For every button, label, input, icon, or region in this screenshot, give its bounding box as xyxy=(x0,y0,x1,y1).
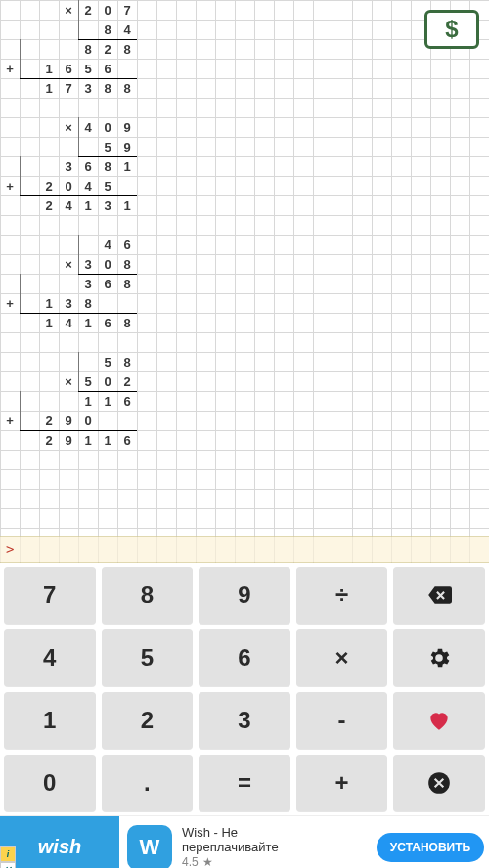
grid-cell: 9 xyxy=(59,411,78,430)
key-decimal[interactable]: . xyxy=(102,755,194,811)
key-1[interactable]: 1 xyxy=(4,692,96,749)
multiplication-problem: 46×308368+13814168 xyxy=(0,235,156,332)
key-5[interactable]: 5 xyxy=(102,629,194,686)
ad-content: W Wish - Не переплачивайте 4.5 ★ xyxy=(119,816,372,868)
grid-cell: 4 xyxy=(117,20,137,39)
grid-cell: × xyxy=(59,0,78,20)
backspace-icon xyxy=(426,583,452,608)
grid-cell: 3 xyxy=(59,293,78,313)
grid-cell: 1 xyxy=(78,391,98,411)
key-equals[interactable]: = xyxy=(199,755,290,811)
result-line xyxy=(20,430,137,431)
grid-cell: 1 xyxy=(39,59,59,78)
grid-cell: 1 xyxy=(98,430,117,450)
key-settings[interactable] xyxy=(393,629,485,686)
grid-cell: 8 xyxy=(117,352,137,371)
grid-cell: 8 xyxy=(117,254,137,274)
grid-cell: 2 xyxy=(39,195,59,215)
ad-brand: wish xyxy=(38,836,81,858)
grid-cell: 8 xyxy=(117,78,137,98)
expression-input-bar[interactable]: > xyxy=(0,536,489,563)
grid-cell: 4 xyxy=(78,176,98,195)
key-8[interactable]: 8 xyxy=(102,567,194,624)
grid-cell: 8 xyxy=(78,293,98,313)
key-4[interactable]: 4 xyxy=(4,629,96,686)
grid-cell: 8 xyxy=(98,20,117,39)
grid-cell: 2 xyxy=(39,176,59,195)
multiplication-problem: ×409593681+204524131 xyxy=(0,117,156,215)
grid-cell: 4 xyxy=(98,235,117,254)
key-2[interactable]: 2 xyxy=(102,692,194,749)
key-6[interactable]: 6 xyxy=(199,629,290,686)
ad-rating: 4.5 xyxy=(182,855,199,868)
key-3[interactable]: 3 xyxy=(199,692,290,749)
column-divider xyxy=(20,59,21,78)
math-grid-area[interactable]: $ ×20784828+165617388×409593681+20452413… xyxy=(0,0,489,536)
adchoices-badge[interactable]: i ✕ xyxy=(0,846,16,868)
key-clear[interactable] xyxy=(393,755,485,811)
ad-close-icon[interactable]: ✕ xyxy=(0,862,16,868)
grid-cell: 8 xyxy=(98,78,117,98)
grid-cell: 4 xyxy=(78,117,98,137)
grid-cell: 6 xyxy=(98,274,117,293)
grid-cell: + xyxy=(0,293,20,313)
column-divider xyxy=(78,117,79,137)
key-favorite[interactable] xyxy=(393,692,485,749)
result-line xyxy=(20,195,137,196)
key-7[interactable]: 7 xyxy=(4,567,96,624)
grid-cell: 5 xyxy=(98,137,117,156)
column-divider xyxy=(20,176,21,195)
result-line xyxy=(78,274,137,275)
column-divider xyxy=(20,391,21,411)
key-minus[interactable]: - xyxy=(296,692,388,749)
key-multiply[interactable]: × xyxy=(296,629,388,686)
key-0[interactable]: 0 xyxy=(4,755,96,811)
column-divider xyxy=(78,352,79,371)
result-line xyxy=(78,39,137,40)
star-icon: ★ xyxy=(202,855,213,868)
ad-cta-wrap: УСТАНОВИТЬ xyxy=(372,816,489,868)
ad-banner[interactable]: wish i ✕ W Wish - Не переплачивайте 4.5 … xyxy=(0,815,489,868)
grid-cell: 6 xyxy=(98,59,117,78)
ad-title-line2: переплачивайте xyxy=(182,840,279,855)
column-divider xyxy=(78,20,79,39)
key-9[interactable]: 9 xyxy=(199,567,290,624)
key-plus[interactable]: + xyxy=(296,755,388,811)
column-divider xyxy=(78,371,79,391)
grid-cell: 5 xyxy=(98,176,117,195)
dollar-icon: $ xyxy=(445,16,458,43)
ad-install-button[interactable]: УСТАНОВИТЬ xyxy=(377,833,484,862)
column-divider xyxy=(20,293,21,313)
grid-cell: × xyxy=(59,254,78,274)
grid-cell: 1 xyxy=(78,313,98,332)
grid-cell: 6 xyxy=(117,430,137,450)
grid-cell: 6 xyxy=(117,235,137,254)
column-divider xyxy=(20,39,21,59)
multiplication-problem: 58×502116+29029116 xyxy=(0,352,156,450)
key-divide[interactable]: ÷ xyxy=(296,567,388,624)
grid-cell: 0 xyxy=(59,176,78,195)
grid-cell: 2 xyxy=(117,371,137,391)
grid-cell: 4 xyxy=(59,195,78,215)
input-grid-overlay xyxy=(0,536,489,563)
grid-cell: 8 xyxy=(78,39,98,59)
heart-icon xyxy=(426,708,452,733)
grid-cell: 1 xyxy=(117,195,137,215)
grid-cell: × xyxy=(59,371,78,391)
currency-button[interactable]: $ xyxy=(424,10,479,49)
keypad: 7 8 9 ÷ 4 5 6 × 1 2 3 - 0 . = + xyxy=(0,563,489,815)
key-backspace[interactable] xyxy=(393,567,485,624)
grid-cell: 1 xyxy=(78,195,98,215)
grid-cell: 9 xyxy=(117,137,137,156)
multiplication-problem: ×20784828+165617388 xyxy=(0,0,156,98)
gear-icon xyxy=(426,645,452,671)
grid-cell: 6 xyxy=(78,156,98,176)
grid-cell: 6 xyxy=(117,391,137,411)
grid-cell: 1 xyxy=(39,78,59,98)
grid-cell: + xyxy=(0,411,20,430)
grid-cell: × xyxy=(59,117,78,137)
column-divider xyxy=(20,274,21,293)
grid-cell: 3 xyxy=(78,254,98,274)
input-prompt: > xyxy=(6,542,14,557)
grid-cell: 3 xyxy=(59,156,78,176)
